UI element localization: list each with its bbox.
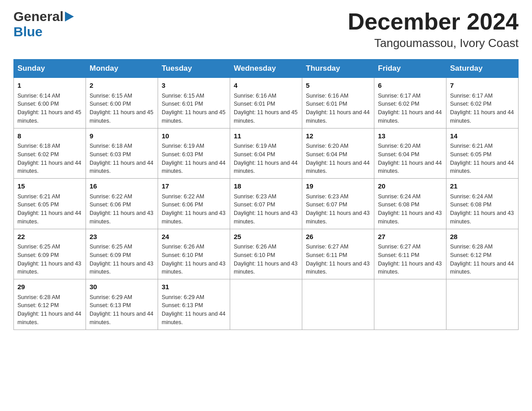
day-number: 29 (17, 282, 82, 292)
calendar-cell: 31Sunrise: 6:29 AMSunset: 6:13 PMDayligh… (158, 279, 230, 330)
day-info: Sunrise: 6:29 AMSunset: 6:13 PMDaylight:… (162, 293, 226, 327)
day-number: 31 (162, 282, 226, 292)
day-info: Sunrise: 6:16 AMSunset: 6:01 PMDaylight:… (306, 92, 370, 125)
day-info: Sunrise: 6:27 AMSunset: 6:11 PMDaylight:… (306, 243, 370, 276)
calendar-cell: 28Sunrise: 6:28 AMSunset: 6:12 PMDayligh… (446, 229, 519, 279)
calendar-cell (230, 279, 302, 330)
day-number: 25 (234, 232, 298, 242)
day-info: Sunrise: 6:24 AMSunset: 6:08 PMDaylight:… (378, 193, 442, 226)
day-number: 1 (17, 81, 82, 91)
day-info: Sunrise: 6:21 AMSunset: 6:05 PMDaylight:… (450, 142, 515, 176)
day-info: Sunrise: 6:18 AMSunset: 6:03 PMDaylight:… (90, 142, 154, 176)
calendar-week-row: 29Sunrise: 6:28 AMSunset: 6:12 PMDayligh… (14, 279, 519, 330)
day-info: Sunrise: 6:17 AMSunset: 6:02 PMDaylight:… (378, 92, 442, 125)
calendar-cell: 1Sunrise: 6:14 AMSunset: 6:00 PMDaylight… (14, 78, 86, 128)
calendar-cell: 8Sunrise: 6:18 AMSunset: 6:02 PMDaylight… (14, 128, 86, 179)
col-header-monday: Monday (86, 60, 158, 78)
col-header-thursday: Thursday (302, 60, 374, 78)
calendar-cell: 29Sunrise: 6:28 AMSunset: 6:12 PMDayligh… (14, 279, 86, 330)
day-number: 4 (234, 81, 298, 91)
day-number: 28 (450, 232, 515, 242)
day-info: Sunrise: 6:28 AMSunset: 6:12 PMDaylight:… (450, 243, 515, 276)
day-info: Sunrise: 6:16 AMSunset: 6:01 PMDaylight:… (234, 92, 298, 125)
day-info: Sunrise: 6:17 AMSunset: 6:02 PMDaylight:… (450, 92, 515, 125)
calendar-cell: 14Sunrise: 6:21 AMSunset: 6:05 PMDayligh… (446, 128, 519, 179)
day-info: Sunrise: 6:15 AMSunset: 6:00 PMDaylight:… (90, 92, 154, 125)
calendar-cell: 20Sunrise: 6:24 AMSunset: 6:08 PMDayligh… (374, 179, 446, 229)
day-number: 24 (162, 232, 226, 242)
logo: General Blue (13, 9, 74, 39)
day-number: 5 (306, 81, 370, 91)
logo-triangle-icon (65, 12, 74, 23)
calendar-cell: 23Sunrise: 6:25 AMSunset: 6:09 PMDayligh… (86, 229, 158, 279)
calendar-cell: 16Sunrise: 6:22 AMSunset: 6:06 PMDayligh… (86, 179, 158, 229)
day-info: Sunrise: 6:20 AMSunset: 6:04 PMDaylight:… (306, 142, 370, 176)
calendar-cell (446, 279, 519, 330)
day-number: 27 (378, 232, 442, 242)
calendar-cell: 24Sunrise: 6:26 AMSunset: 6:10 PMDayligh… (158, 229, 230, 279)
day-info: Sunrise: 6:18 AMSunset: 6:02 PMDaylight:… (17, 142, 82, 176)
day-info: Sunrise: 6:22 AMSunset: 6:06 PMDaylight:… (162, 193, 226, 226)
day-info: Sunrise: 6:26 AMSunset: 6:10 PMDaylight:… (162, 243, 226, 276)
day-info: Sunrise: 6:26 AMSunset: 6:10 PMDaylight:… (234, 243, 298, 276)
day-number: 12 (306, 131, 370, 141)
calendar-cell: 9Sunrise: 6:18 AMSunset: 6:03 PMDaylight… (86, 128, 158, 179)
day-number: 23 (90, 232, 154, 242)
col-header-wednesday: Wednesday (230, 60, 302, 78)
day-info: Sunrise: 6:19 AMSunset: 6:04 PMDaylight:… (234, 142, 298, 176)
day-number: 15 (17, 181, 82, 192)
day-number: 9 (90, 131, 154, 141)
day-number: 10 (162, 131, 226, 141)
day-number: 19 (306, 181, 370, 192)
day-info: Sunrise: 6:29 AMSunset: 6:13 PMDaylight:… (90, 293, 154, 327)
calendar-cell: 30Sunrise: 6:29 AMSunset: 6:13 PMDayligh… (86, 279, 158, 330)
calendar-cell: 19Sunrise: 6:23 AMSunset: 6:07 PMDayligh… (302, 179, 374, 229)
day-number: 11 (234, 131, 298, 141)
calendar-cell: 4Sunrise: 6:16 AMSunset: 6:01 PMDaylight… (230, 78, 302, 128)
day-info: Sunrise: 6:25 AMSunset: 6:09 PMDaylight:… (17, 243, 82, 276)
day-info: Sunrise: 6:14 AMSunset: 6:00 PMDaylight:… (17, 92, 82, 125)
day-number: 13 (378, 131, 442, 141)
calendar-cell: 15Sunrise: 6:21 AMSunset: 6:05 PMDayligh… (14, 179, 86, 229)
calendar-cell: 22Sunrise: 6:25 AMSunset: 6:09 PMDayligh… (14, 229, 86, 279)
logo-general-text: General (13, 9, 64, 24)
svg-marker-0 (65, 12, 74, 21)
col-header-saturday: Saturday (446, 60, 519, 78)
calendar-cell (374, 279, 446, 330)
day-number: 26 (306, 232, 370, 242)
day-info: Sunrise: 6:25 AMSunset: 6:09 PMDaylight:… (90, 243, 154, 276)
calendar-cell: 27Sunrise: 6:27 AMSunset: 6:11 PMDayligh… (374, 229, 446, 279)
calendar-cell: 6Sunrise: 6:17 AMSunset: 6:02 PMDaylight… (374, 78, 446, 128)
day-number: 14 (450, 131, 515, 141)
calendar-cell: 3Sunrise: 6:15 AMSunset: 6:01 PMDaylight… (158, 78, 230, 128)
calendar-cell: 13Sunrise: 6:20 AMSunset: 6:04 PMDayligh… (374, 128, 446, 179)
day-info: Sunrise: 6:20 AMSunset: 6:04 PMDaylight:… (378, 142, 442, 176)
day-number: 17 (162, 181, 226, 192)
day-info: Sunrise: 6:23 AMSunset: 6:07 PMDaylight:… (234, 193, 298, 226)
day-info: Sunrise: 6:22 AMSunset: 6:06 PMDaylight:… (90, 193, 154, 226)
day-info: Sunrise: 6:23 AMSunset: 6:07 PMDaylight:… (306, 193, 370, 226)
calendar-cell: 11Sunrise: 6:19 AMSunset: 6:04 PMDayligh… (230, 128, 302, 179)
calendar-cell: 17Sunrise: 6:22 AMSunset: 6:06 PMDayligh… (158, 179, 230, 229)
day-number: 16 (90, 181, 154, 192)
col-header-sunday: Sunday (14, 60, 86, 78)
calendar-cell: 2Sunrise: 6:15 AMSunset: 6:00 PMDaylight… (86, 78, 158, 128)
calendar-cell: 10Sunrise: 6:19 AMSunset: 6:03 PMDayligh… (158, 128, 230, 179)
day-number: 8 (17, 131, 82, 141)
calendar-week-row: 1Sunrise: 6:14 AMSunset: 6:00 PMDaylight… (14, 78, 519, 128)
day-number: 3 (162, 81, 226, 91)
day-number: 21 (450, 181, 515, 192)
day-info: Sunrise: 6:15 AMSunset: 6:01 PMDaylight:… (162, 92, 226, 125)
day-number: 18 (234, 181, 298, 192)
calendar-cell: 7Sunrise: 6:17 AMSunset: 6:02 PMDaylight… (446, 78, 519, 128)
col-header-friday: Friday (374, 60, 446, 78)
calendar-cell: 21Sunrise: 6:24 AMSunset: 6:08 PMDayligh… (446, 179, 519, 229)
day-number: 7 (450, 81, 515, 91)
calendar-week-row: 22Sunrise: 6:25 AMSunset: 6:09 PMDayligh… (14, 229, 519, 279)
calendar-week-row: 15Sunrise: 6:21 AMSunset: 6:05 PMDayligh… (14, 179, 519, 229)
calendar-table: SundayMondayTuesdayWednesdayThursdayFrid… (13, 59, 519, 330)
calendar-cell (302, 279, 374, 330)
day-info: Sunrise: 6:21 AMSunset: 6:05 PMDaylight:… (17, 193, 82, 226)
logo-blue-text: Blue (13, 24, 43, 39)
day-number: 22 (17, 232, 82, 242)
